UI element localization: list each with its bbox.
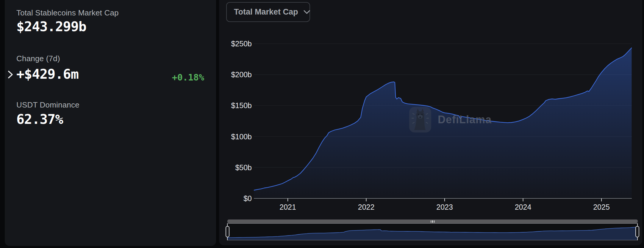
usdt-dominance-label: USDT Dominance — [16, 100, 79, 110]
change-7d-label: Change (7d) — [16, 54, 60, 63]
y-axis-label: $0 — [219, 194, 252, 203]
metric-dropdown[interactable]: Total Market Cap — [226, 2, 310, 22]
brush-right-handle[interactable] — [635, 226, 639, 237]
change-7d-value: +$429.6m — [16, 67, 79, 82]
brush-drag-grip-icon[interactable] — [431, 220, 435, 223]
y-axis-label: $200b — [219, 70, 252, 79]
x-axis-label: 2024 — [510, 203, 537, 211]
brush-area-series — [228, 227, 637, 240]
metric-dropdown-label: Total Market Cap — [234, 7, 298, 17]
brush-left-handle[interactable] — [226, 226, 229, 237]
usdt-dominance-value: 62.37% — [16, 112, 63, 127]
market-cap-area-chart[interactable] — [254, 39, 632, 203]
brush-mini-chart[interactable] — [227, 223, 638, 240]
x-axis-label: 2021 — [274, 203, 301, 211]
y-axis-label: $100b — [219, 132, 252, 141]
chart-panel: Total Market Cap $0$50b$100b$150b$200b$2… — [219, 0, 642, 245]
chevron-right-icon[interactable] — [7, 70, 14, 79]
x-axis-label: 2022 — [353, 203, 380, 211]
area-series — [254, 48, 632, 198]
chevron-down-icon — [304, 10, 310, 14]
brush-scroll-bar[interactable] — [227, 219, 638, 223]
stats-panel: Total Stablecoins Market Cap $243.299b C… — [5, 0, 216, 246]
y-axis-label: $50b — [219, 163, 252, 172]
stablecoins-dashboard: { "left_panel": { "stats": [ { "label": … — [0, 0, 644, 248]
y-axis-label: $150b — [219, 101, 252, 110]
total-mcap-label: Total Stablecoins Market Cap — [16, 8, 119, 18]
y-axis-label: $250b — [219, 39, 252, 48]
change-7d-percent: +0.18% — [172, 72, 204, 83]
x-axis-label: 2023 — [431, 203, 458, 211]
total-mcap-value: $243.299b — [16, 19, 86, 34]
x-axis-label: 2025 — [588, 203, 615, 211]
